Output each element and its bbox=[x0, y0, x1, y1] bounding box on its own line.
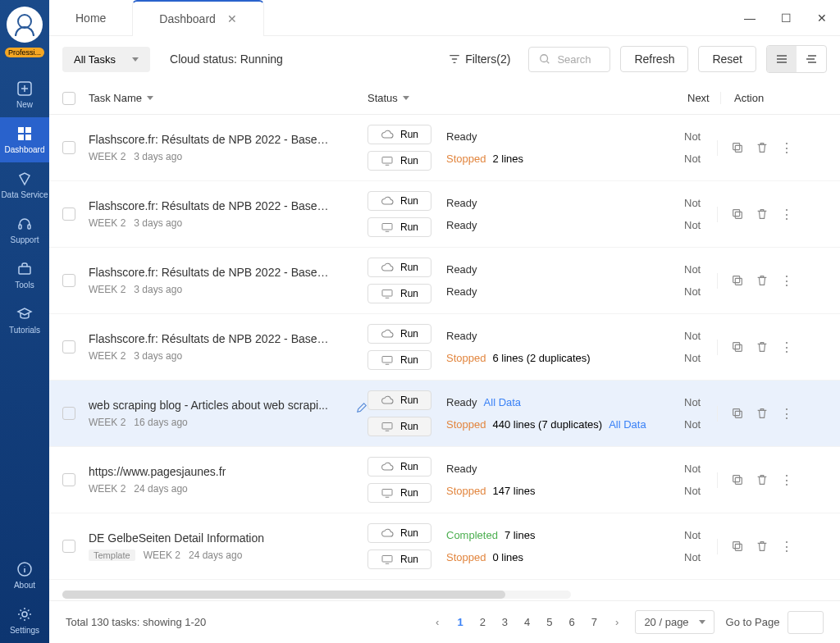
task-title[interactable]: Flashscore.fr: Résultats de NPB 2022 - B… bbox=[89, 266, 335, 279]
run-cloud-button[interactable]: Run bbox=[368, 324, 431, 344]
run-local-button[interactable]: Run bbox=[368, 417, 431, 436]
select-all-checkbox[interactable] bbox=[62, 92, 75, 105]
run-local-button[interactable]: Run bbox=[368, 217, 431, 237]
run-cloud-button[interactable]: Run bbox=[368, 523, 431, 543]
copy-icon[interactable] bbox=[731, 540, 744, 553]
more-icon[interactable]: ⋮ bbox=[780, 207, 792, 222]
close-button[interactable]: ✕ bbox=[804, 0, 840, 35]
page-number[interactable]: 6 bbox=[566, 614, 578, 630]
maximize-button[interactable]: ☐ bbox=[768, 0, 804, 35]
close-icon[interactable]: ✕ bbox=[227, 12, 237, 25]
page-number[interactable]: 7 bbox=[588, 614, 600, 630]
tab-dashboard[interactable]: Dashboard ✕ bbox=[132, 0, 264, 36]
more-icon[interactable]: ⋮ bbox=[780, 340, 792, 355]
task-title[interactable]: Flashscore.fr: Résultats de NPB 2022 - B… bbox=[89, 133, 335, 146]
more-icon[interactable]: ⋮ bbox=[780, 472, 792, 488]
task-title[interactable]: web scraping blog - Articles about web s… bbox=[89, 399, 328, 412]
copy-icon[interactable] bbox=[731, 141, 744, 154]
page-number[interactable]: 2 bbox=[477, 614, 489, 630]
svg-rect-17 bbox=[382, 290, 392, 297]
goto-input[interactable] bbox=[788, 611, 824, 634]
run-local-button[interactable]: Run bbox=[368, 550, 431, 569]
trash-icon[interactable] bbox=[756, 274, 769, 287]
task-title[interactable]: DE GelbeSeiten Detail Information bbox=[89, 531, 264, 545]
sidebar-label: Data Service bbox=[1, 190, 48, 199]
task-title[interactable]: Flashscore.fr: Résultats de NPB 2022 - B… bbox=[89, 199, 335, 212]
sidebar-item-tools[interactable]: Tools bbox=[0, 253, 49, 298]
filters-button[interactable]: Filters(2) bbox=[441, 48, 518, 71]
run-local-button[interactable]: Run bbox=[368, 350, 431, 370]
copy-icon[interactable] bbox=[731, 473, 744, 486]
more-icon[interactable]: ⋮ bbox=[780, 273, 792, 289]
copy-icon[interactable] bbox=[731, 274, 744, 287]
more-icon[interactable]: ⋮ bbox=[780, 406, 792, 422]
page-number[interactable]: 1 bbox=[454, 614, 466, 630]
scrollbar-thumb[interactable] bbox=[62, 591, 505, 599]
trash-icon[interactable] bbox=[756, 473, 769, 486]
next-page[interactable]: › bbox=[615, 616, 619, 628]
run-cloud-button[interactable]: Run bbox=[368, 390, 431, 410]
row-checkbox[interactable] bbox=[62, 407, 75, 420]
copy-icon[interactable] bbox=[731, 340, 744, 353]
row-checkbox[interactable] bbox=[62, 540, 75, 553]
trash-icon[interactable] bbox=[756, 207, 769, 221]
refresh-button[interactable]: Refresh bbox=[620, 46, 688, 72]
page-number[interactable]: 3 bbox=[499, 614, 511, 630]
run-cloud-button[interactable]: Run bbox=[368, 457, 431, 477]
next-col: NotNot bbox=[684, 330, 717, 364]
trash-icon[interactable] bbox=[756, 141, 769, 154]
next-col: NotNot bbox=[684, 529, 717, 563]
sidebar-item-dashboard[interactable]: Dashboard bbox=[0, 117, 49, 162]
run-local-button[interactable]: Run bbox=[368, 284, 431, 303]
sidebar-item-settings[interactable]: Settings bbox=[0, 598, 49, 643]
trash-icon[interactable] bbox=[756, 407, 769, 420]
run-local-button[interactable]: Run bbox=[368, 151, 431, 171]
monitor-icon bbox=[381, 488, 394, 498]
copy-icon[interactable] bbox=[731, 207, 744, 221]
cloud-icon bbox=[381, 130, 394, 139]
copy-icon[interactable] bbox=[731, 407, 744, 420]
reset-button[interactable]: Reset bbox=[698, 46, 756, 72]
row-checkbox[interactable] bbox=[62, 207, 75, 221]
search-input[interactable]: Search bbox=[528, 47, 610, 72]
more-icon[interactable]: ⋮ bbox=[780, 140, 792, 156]
more-icon[interactable]: ⋮ bbox=[780, 539, 792, 554]
all-data-link[interactable]: All Data bbox=[609, 418, 646, 431]
svg-rect-22 bbox=[735, 344, 742, 351]
view-list-button[interactable] bbox=[767, 46, 797, 72]
trash-icon[interactable] bbox=[756, 540, 769, 553]
all-data-link[interactable]: All Data bbox=[484, 396, 522, 408]
row-checkbox[interactable] bbox=[62, 340, 75, 353]
col-header-next[interactable]: Next bbox=[687, 92, 720, 104]
sidebar-item-tutorials[interactable]: Tutorials bbox=[0, 298, 49, 343]
col-header-name[interactable]: Task Name bbox=[89, 92, 368, 104]
task-title[interactable]: Flashscore.fr: Résultats de NPB 2022 - B… bbox=[89, 332, 335, 345]
h-scrollbar[interactable] bbox=[62, 591, 571, 599]
page-number[interactable]: 4 bbox=[521, 614, 533, 630]
view-grid-button[interactable] bbox=[797, 46, 826, 72]
sidebar-item-data-service[interactable]: Data Service bbox=[0, 162, 49, 207]
tab-home[interactable]: Home bbox=[49, 0, 132, 35]
sidebar-item-about[interactable]: About bbox=[0, 553, 49, 598]
row-checkbox[interactable] bbox=[62, 141, 75, 154]
run-local-button[interactable]: Run bbox=[368, 483, 431, 503]
col-header-status[interactable]: Status bbox=[368, 92, 687, 104]
page-number[interactable]: 5 bbox=[543, 614, 555, 630]
sidebar-item-support[interactable]: Support bbox=[0, 207, 49, 253]
monitor-icon bbox=[381, 156, 394, 166]
row-checkbox[interactable] bbox=[62, 473, 75, 486]
run-cloud-button[interactable]: Run bbox=[368, 258, 431, 277]
row-checkbox[interactable] bbox=[62, 274, 75, 287]
task-filter-dropdown[interactable]: All Tasks bbox=[62, 47, 150, 72]
run-cloud-button[interactable]: Run bbox=[368, 191, 431, 211]
filter-icon bbox=[449, 53, 460, 65]
app-logo bbox=[7, 7, 43, 43]
trash-icon[interactable] bbox=[756, 340, 769, 353]
sidebar-item-new[interactable]: New bbox=[0, 72, 49, 117]
run-cloud-button[interactable]: Run bbox=[368, 125, 431, 144]
prev-page[interactable]: ‹ bbox=[436, 616, 439, 628]
edit-icon[interactable] bbox=[356, 402, 368, 413]
task-title[interactable]: https://www.pagesjaunes.fr bbox=[89, 465, 226, 478]
minimize-button[interactable]: — bbox=[732, 0, 768, 35]
page-size-select[interactable]: 20 / page bbox=[635, 610, 714, 634]
